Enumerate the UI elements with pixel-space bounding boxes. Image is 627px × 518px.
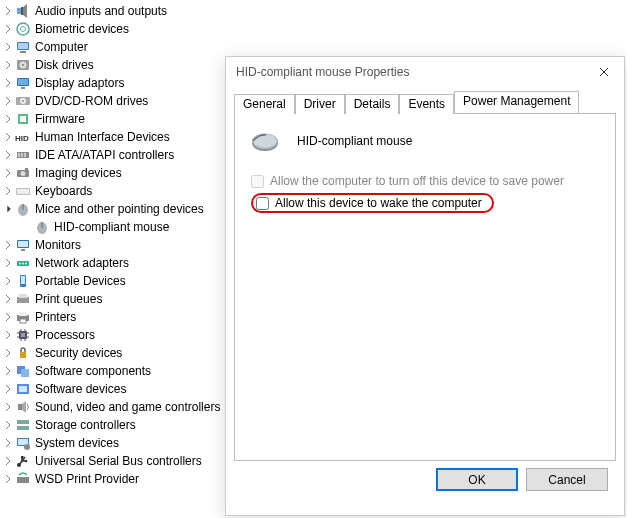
- tree-item[interactable]: Processors: [2, 326, 230, 344]
- dialog-buttons: OK Cancel: [436, 468, 608, 491]
- chevron-right-icon[interactable]: [2, 95, 14, 107]
- svg-rect-32: [18, 241, 28, 247]
- ok-button[interactable]: OK: [436, 468, 518, 491]
- display-icon: [15, 75, 31, 91]
- tab-power-management[interactable]: Power Management: [454, 91, 579, 113]
- chevron-right-icon[interactable]: [2, 59, 14, 71]
- tree-item[interactable]: DVD/CD-ROM drives: [2, 92, 230, 110]
- storage-icon: [15, 417, 31, 433]
- chevron-right-icon[interactable]: [2, 347, 14, 359]
- close-icon[interactable]: [590, 58, 618, 86]
- chevron-right-icon[interactable]: [2, 257, 14, 269]
- tree-item-label: Imaging devices: [35, 164, 122, 182]
- chevron-right-icon[interactable]: [2, 455, 14, 467]
- chevron-right-icon[interactable]: [2, 275, 14, 287]
- tree-item[interactable]: Software components: [2, 362, 230, 380]
- chevron-right-icon[interactable]: [2, 293, 14, 305]
- tree-item-label: Print queues: [35, 290, 102, 308]
- portable-icon: [15, 273, 31, 289]
- tree-item[interactable]: IDE ATA/ATAPI controllers: [2, 146, 230, 164]
- chevron-right-icon[interactable]: [2, 437, 14, 449]
- chevron-right-icon[interactable]: [2, 185, 14, 197]
- checkbox-turn-off-device: [251, 175, 264, 188]
- chevron-right-icon[interactable]: [2, 419, 14, 431]
- tree-item[interactable]: Security devices: [2, 344, 230, 362]
- chevron-right-icon[interactable]: [2, 167, 14, 179]
- option-label: Allow the computer to turn off this devi…: [270, 174, 564, 188]
- tree-item[interactable]: Biometric devices: [2, 20, 230, 38]
- tree-item[interactable]: Display adaptors: [2, 74, 230, 92]
- tree-item[interactable]: Universal Serial Bus controllers: [2, 452, 230, 470]
- svg-rect-69: [17, 477, 29, 483]
- mouse-icon: [34, 219, 50, 235]
- tree-item-label: Biometric devices: [35, 20, 129, 38]
- tab-driver[interactable]: Driver: [295, 94, 345, 114]
- tree-item[interactable]: HID-compliant mouse: [2, 218, 230, 236]
- tree-item-label: WSD Print Provider: [35, 470, 139, 488]
- chevron-right-icon[interactable]: [2, 401, 14, 413]
- svg-rect-46: [21, 333, 25, 337]
- keyboard-icon: [15, 183, 31, 199]
- system-icon: [15, 435, 31, 451]
- checkbox-wake-computer[interactable]: [256, 197, 269, 210]
- chevron-right-icon[interactable]: [2, 329, 14, 341]
- tree-item[interactable]: WSD Print Provider: [2, 470, 230, 488]
- mouse-icon: [15, 201, 31, 217]
- chevron-right-icon[interactable]: [2, 77, 14, 89]
- svg-point-14: [22, 100, 24, 102]
- tree-item[interactable]: Disk drives: [2, 56, 230, 74]
- chevron-right-icon[interactable]: [2, 149, 14, 161]
- device-tree[interactable]: Audio inputs and outputsBiometric device…: [0, 0, 230, 490]
- chevron-right-icon[interactable]: [2, 23, 14, 35]
- tree-item[interactable]: Portable Devices: [2, 272, 230, 290]
- svg-point-23: [21, 171, 26, 176]
- chevron-down-icon[interactable]: [2, 203, 14, 215]
- tree-item[interactable]: System devices: [2, 434, 230, 452]
- svg-point-37: [25, 263, 27, 265]
- tree-item-label: Display adaptors: [35, 74, 124, 92]
- svg-rect-10: [18, 79, 28, 85]
- svg-text:HID: HID: [15, 134, 29, 143]
- dialog-titlebar[interactable]: HID-compliant mouse Properties: [226, 57, 624, 87]
- svg-point-67: [25, 460, 28, 463]
- dialog-body: GeneralDriverDetailsEventsPower Manageme…: [234, 91, 616, 499]
- svg-rect-57: [21, 369, 29, 377]
- firmware-icon: [15, 111, 31, 127]
- svg-rect-24: [25, 168, 28, 170]
- computer-icon: [15, 39, 31, 55]
- tree-item[interactable]: Mice and other pointing devices: [2, 200, 230, 218]
- chevron-right-icon[interactable]: [2, 365, 14, 377]
- tree-item-label: Sound, video and game controllers: [35, 398, 220, 416]
- tree-item[interactable]: Computer: [2, 38, 230, 56]
- tree-item[interactable]: Software devices: [2, 380, 230, 398]
- chevron-right-icon[interactable]: [2, 383, 14, 395]
- chevron-right-icon[interactable]: [2, 5, 14, 17]
- tree-item[interactable]: Printers: [2, 308, 230, 326]
- tree-item[interactable]: Sound, video and game controllers: [2, 398, 230, 416]
- tree-item-label: Software devices: [35, 380, 126, 398]
- chevron-right-icon[interactable]: [2, 41, 14, 53]
- tab-general[interactable]: General: [234, 94, 295, 114]
- tree-item-label: Firmware: [35, 110, 85, 128]
- tree-item-label: Printers: [35, 308, 76, 326]
- option-wake-computer[interactable]: Allow this device to wake the computer: [256, 194, 482, 212]
- tree-item[interactable]: HIDHuman Interface Devices: [2, 128, 230, 146]
- chevron-right-icon[interactable]: [2, 131, 14, 143]
- tree-item[interactable]: Firmware: [2, 110, 230, 128]
- tree-item[interactable]: Imaging devices: [2, 164, 230, 182]
- chevron-right-icon[interactable]: [2, 113, 14, 125]
- tree-item[interactable]: Storage controllers: [2, 416, 230, 434]
- chevron-right-icon[interactable]: [2, 473, 14, 485]
- tree-item[interactable]: Print queues: [2, 290, 230, 308]
- tree-item[interactable]: Network adapters: [2, 254, 230, 272]
- chevron-right-icon[interactable]: [2, 239, 14, 251]
- cancel-button[interactable]: Cancel: [526, 468, 608, 491]
- tab-details[interactable]: Details: [345, 94, 400, 114]
- tree-item[interactable]: Audio inputs and outputs: [2, 2, 230, 20]
- tree-item[interactable]: Monitors: [2, 236, 230, 254]
- svg-rect-61: [17, 420, 29, 424]
- tree-item[interactable]: Keyboards: [2, 182, 230, 200]
- tabstrip: GeneralDriverDetailsEventsPower Manageme…: [234, 91, 616, 113]
- chevron-right-icon[interactable]: [2, 311, 14, 323]
- tab-events[interactable]: Events: [399, 94, 454, 114]
